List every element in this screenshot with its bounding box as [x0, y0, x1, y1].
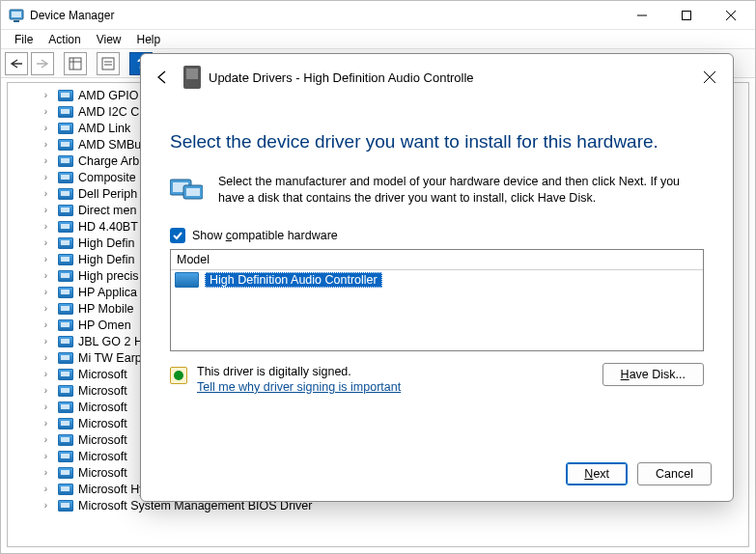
expand-icon[interactable]: › — [41, 500, 51, 511]
expand-icon[interactable]: › — [41, 369, 51, 379]
show-compatible-checkbox-row[interactable]: Show compatible hardware — [170, 228, 704, 243]
expand-icon[interactable]: › — [41, 385, 51, 396]
close-button[interactable] — [709, 1, 753, 30]
tree-item-label: AMD GPIO — [78, 89, 139, 102]
expand-icon[interactable]: › — [41, 402, 51, 412]
update-drivers-dialog: Update Drivers - High Definition Audio C… — [140, 53, 734, 502]
device-node-icon — [58, 402, 73, 413]
tree-item-label: Direct men — [78, 204, 136, 217]
tree-item-label: AMD Link — [78, 122, 130, 135]
dialog-title: Update Drivers - High Definition Audio C… — [209, 70, 474, 85]
menu-help[interactable]: Help — [129, 33, 169, 46]
device-node-icon — [58, 303, 73, 315]
svg-rect-7 — [70, 58, 81, 69]
expand-icon[interactable]: › — [41, 303, 51, 314]
tree-item-label: HP Omen — [78, 319, 131, 332]
device-node-icon — [58, 434, 73, 446]
tree-item-label: Composite — [78, 171, 136, 184]
expand-icon[interactable]: › — [41, 467, 51, 478]
expand-icon[interactable]: › — [41, 287, 51, 297]
device-node-icon — [58, 205, 73, 216]
expand-icon[interactable]: › — [41, 254, 51, 264]
hardware-icon — [170, 174, 203, 203]
titlebar[interactable]: Device Manager — [1, 1, 755, 30]
device-node-icon — [58, 336, 73, 347]
tree-item-label: Charge Arb — [78, 154, 139, 168]
model-column-header[interactable]: Model — [171, 250, 703, 270]
tree-item-label: High precis — [78, 269, 139, 283]
toolbar-button-2[interactable] — [97, 52, 120, 75]
have-disk-button[interactable]: Have Disk... — [602, 363, 704, 386]
show-compatible-label: Show compatible hardware — [192, 229, 338, 242]
signing-info-link[interactable]: Tell me why driver signing is important — [197, 380, 401, 394]
expand-icon[interactable]: › — [41, 237, 51, 248]
dialog-back-button[interactable] — [151, 66, 174, 89]
checkbox-checked-icon — [170, 228, 185, 243]
dialog-content: Select the device driver you want to ins… — [170, 131, 704, 443]
expand-icon[interactable]: › — [41, 139, 51, 150]
model-list-item[interactable]: High Definition Audio Controller — [171, 270, 703, 290]
expand-icon[interactable]: › — [41, 451, 51, 461]
expand-icon[interactable]: › — [41, 106, 51, 117]
svg-rect-10 — [102, 58, 114, 69]
cancel-button[interactable]: Cancel — [637, 462, 712, 485]
tree-item-label: Microsoft — [78, 433, 127, 447]
device-node-icon — [58, 188, 73, 200]
device-node-icon — [58, 270, 73, 282]
expand-icon[interactable]: › — [41, 352, 51, 363]
device-node-icon — [58, 139, 73, 151]
menu-view[interactable]: View — [89, 33, 129, 46]
expand-icon[interactable]: › — [41, 123, 51, 133]
device-node-icon — [58, 385, 73, 397]
tree-item-label: AMD SMBu — [78, 138, 141, 152]
device-node-icon — [58, 155, 73, 167]
menu-action[interactable]: Action — [41, 33, 88, 46]
expand-icon[interactable]: › — [41, 319, 51, 330]
device-node-icon — [58, 221, 73, 233]
next-button[interactable]: Next — [566, 462, 628, 485]
minimize-button[interactable] — [620, 1, 664, 30]
device-node-icon — [58, 451, 73, 462]
device-node-icon — [58, 418, 73, 429]
tree-item-label: Microsoft — [78, 450, 127, 463]
maximize-button[interactable] — [664, 1, 709, 30]
expand-icon[interactable]: › — [41, 155, 51, 166]
dialog-close-button[interactable] — [696, 64, 723, 91]
dialog-footer: Next Cancel — [566, 462, 712, 485]
tree-item-label: HD 4.40BT — [78, 220, 138, 234]
device-manager-icon — [9, 8, 24, 23]
tree-item-label: JBL GO 2 H — [78, 335, 143, 348]
device-node-icon — [58, 500, 73, 512]
tree-item-label: Mi TW Earp — [78, 351, 142, 365]
expand-icon[interactable]: › — [41, 205, 51, 215]
device-node-icon — [58, 106, 73, 118]
device-node-icon — [58, 287, 73, 298]
expand-icon[interactable]: › — [41, 221, 51, 232]
device-node-icon — [58, 90, 73, 101]
menu-file[interactable]: File — [7, 33, 41, 46]
tree-item-label: High Defin — [78, 236, 134, 250]
device-node-icon — [58, 237, 73, 249]
expand-icon[interactable]: › — [41, 336, 51, 346]
svg-rect-2 — [14, 20, 19, 22]
device-icon — [183, 66, 201, 89]
expand-icon[interactable]: › — [41, 434, 51, 445]
nav-forward-button[interactable] — [31, 52, 54, 75]
model-listbox[interactable]: Model High Definition Audio Controller — [170, 249, 704, 351]
expand-icon[interactable]: › — [41, 270, 51, 281]
signed-row: This driver is digitally signed. Tell me… — [170, 365, 704, 394]
nav-back-button[interactable] — [5, 52, 28, 75]
expand-icon[interactable]: › — [41, 172, 51, 182]
expand-icon[interactable]: › — [41, 484, 51, 494]
menubar: File Action View Help — [1, 30, 755, 49]
tree-item-label: HP Applica — [78, 286, 137, 299]
expand-icon[interactable]: › — [41, 418, 51, 429]
device-node-icon — [58, 319, 73, 331]
expand-icon[interactable]: › — [41, 90, 51, 100]
device-node-icon — [58, 369, 73, 380]
tree-item-label: HP Mobile — [78, 302, 133, 316]
svg-rect-1 — [12, 12, 21, 17]
tree-item-label: Microsoft — [78, 384, 127, 398]
expand-icon[interactable]: › — [41, 188, 51, 199]
toolbar-button-1[interactable] — [64, 52, 87, 75]
